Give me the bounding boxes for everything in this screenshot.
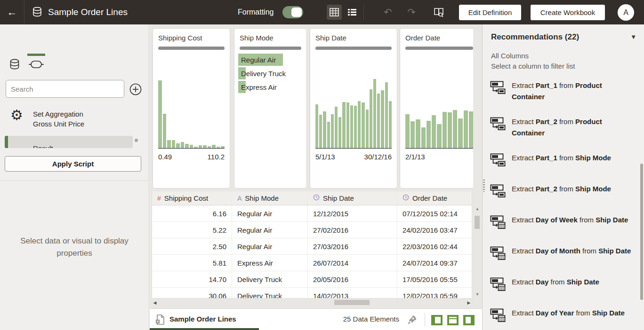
scroll-down-icon[interactable]: ▼ <box>474 291 481 298</box>
histogram-bar[interactable] <box>421 127 426 148</box>
column-header-shipping-cost[interactable]: #Shipping Cost <box>152 191 232 205</box>
value-row[interactable]: Regular Air <box>238 54 303 66</box>
table-row[interactable]: 30.06Delivery Truck14/02/201312/02/2013 … <box>152 288 472 299</box>
recommendation-item[interactable]: Extract Part_1 from Ship Mode <box>490 152 636 170</box>
histogram-bar[interactable] <box>185 144 189 148</box>
recommendation-item[interactable]: Extract Day of Month from Ship Date <box>490 245 636 263</box>
user-avatar[interactable]: A <box>618 4 634 21</box>
apply-script-button[interactable]: Apply Script <box>5 156 141 172</box>
histogram-bar[interactable] <box>221 146 225 148</box>
histogram-bar[interactable] <box>373 79 376 148</box>
histogram-bar[interactable] <box>181 142 185 148</box>
horizontal-scroll-thumb[interactable] <box>334 300 370 305</box>
recommendation-item[interactable]: Extract Part_2 from Product Container <box>490 116 636 139</box>
profile-card-ship-mode[interactable]: Ship ModeRegular AirDelivery TruckExpres… <box>234 28 307 189</box>
recommendation-item[interactable]: Extract Day from Ship Date <box>490 276 636 294</box>
histogram-bar[interactable] <box>358 101 361 148</box>
panel-scroll-thumb[interactable] <box>640 164 643 300</box>
histogram-bar[interactable] <box>443 112 447 148</box>
histogram-bar[interactable] <box>389 101 392 148</box>
histogram-bar[interactable] <box>203 145 207 148</box>
histogram-bar[interactable] <box>338 117 341 148</box>
histogram-bar[interactable] <box>346 102 349 148</box>
histogram-bar[interactable] <box>437 124 441 148</box>
recommendation-item[interactable]: Extract Part_2 from Ship Mode <box>490 183 636 201</box>
scroll-right-icon[interactable]: ▶ <box>466 299 472 306</box>
histogram-bar[interactable] <box>323 111 326 148</box>
layout-left-panel-icon[interactable] <box>431 315 443 325</box>
histogram-bar[interactable] <box>163 114 167 148</box>
add-step-button[interactable] <box>129 83 142 96</box>
script-step-result-partial[interactable]: Result <box>5 136 133 148</box>
redo-button[interactable]: ↷ <box>404 5 419 20</box>
search-input[interactable] <box>6 80 124 98</box>
quality-bar[interactable] <box>240 47 301 50</box>
histogram-bar[interactable] <box>416 119 420 148</box>
histogram-bar[interactable] <box>469 111 473 148</box>
value-row[interactable]: Delivery Truck <box>238 67 303 79</box>
histogram-bar[interactable] <box>370 89 372 148</box>
histogram-bar[interactable] <box>327 122 330 148</box>
table-row[interactable]: 5.81Express Air26/07/201424/07/2014 09:3… <box>152 255 472 271</box>
formatting-toggle[interactable] <box>282 6 303 18</box>
tab-prepare-scripts[interactable] <box>28 56 44 72</box>
table-horizontal-scrollbar[interactable]: ◀ ▶ <box>152 299 472 306</box>
column-header-ship-mode[interactable]: AShip Mode <box>232 191 308 205</box>
histogram-bar[interactable] <box>432 115 436 148</box>
histogram-bar[interactable] <box>217 147 220 148</box>
histogram-bar[interactable] <box>427 121 431 148</box>
recommendation-item[interactable]: Extract Day of Year from Ship Date <box>490 307 636 325</box>
histogram-bar[interactable] <box>167 140 171 148</box>
recommendation-item[interactable]: Extract Day of Week from Ship Date <box>490 214 636 232</box>
histogram-bar[interactable] <box>212 145 216 148</box>
histogram-bar[interactable] <box>350 105 353 148</box>
histogram-bar[interactable] <box>208 146 211 148</box>
histogram-bar[interactable] <box>453 110 457 148</box>
vertical-scroll-thumb[interactable] <box>475 216 480 229</box>
back-button[interactable]: ← <box>0 0 24 24</box>
histogram-bar[interactable] <box>458 118 462 148</box>
quality-bar[interactable] <box>158 47 225 50</box>
value-row[interactable]: Express Air <box>238 81 303 93</box>
histogram-bar[interactable] <box>366 110 369 148</box>
histogram-bar[interactable] <box>448 112 452 148</box>
table-row[interactable]: 2.50Regular Air27/03/201622/03/2016 02:4… <box>152 238 472 255</box>
histogram-bar[interactable] <box>194 147 198 148</box>
recommendation-item[interactable]: Extract Part_1 from Product Container <box>490 80 636 102</box>
table-row[interactable]: 6.16Regular Air12/12/201507/12/2015 02:1… <box>152 205 472 222</box>
script-step-aggregation[interactable]: Set Aggregation Gross Unit Price <box>33 109 84 129</box>
histogram-bar[interactable] <box>464 110 468 148</box>
histogram-bar[interactable] <box>354 106 357 148</box>
table-row[interactable]: 14.70Delivery Truck20/05/201617/05/2016 … <box>152 271 472 288</box>
edit-definition-button[interactable]: Edit Definition <box>459 5 521 20</box>
collapse-panel-icon[interactable]: ▼ <box>630 33 636 40</box>
create-workbook-button[interactable]: Create Workbook <box>531 5 605 20</box>
histogram-bar[interactable] <box>411 121 415 148</box>
histogram-bar[interactable] <box>315 104 318 148</box>
histogram-bar[interactable] <box>405 114 410 148</box>
inspect-dataset-button[interactable] <box>431 5 446 20</box>
scroll-left-icon[interactable]: ◀ <box>152 299 158 306</box>
layout-right-panel-icon[interactable] <box>463 315 475 325</box>
histogram-bar[interactable] <box>362 102 364 148</box>
quality-bar[interactable] <box>405 47 473 50</box>
panel-resize-grip[interactable] <box>483 180 485 192</box>
histogram-bar[interactable] <box>199 145 202 148</box>
histogram-bar[interactable] <box>335 107 338 148</box>
column-header-ship-date[interactable]: Ship Date <box>308 191 397 205</box>
profile-card-order-date[interactable]: Order Date2/1/13 <box>400 28 473 189</box>
tab-data-panel[interactable] <box>7 56 23 72</box>
histogram-bar[interactable] <box>342 102 345 148</box>
table-vertical-scrollbar[interactable]: ▲ ▼ <box>474 205 481 298</box>
histogram-bar[interactable] <box>331 114 334 148</box>
dataset-tab[interactable]: Sample Order Lines <box>169 315 236 323</box>
quality-bar[interactable] <box>315 47 392 50</box>
table-row[interactable]: 5.22Regular Air27/02/201624/02/2016 03:4… <box>152 222 472 238</box>
histogram-bar[interactable] <box>377 94 380 148</box>
grid-view-button[interactable] <box>327 5 342 20</box>
histogram-bar[interactable] <box>172 140 176 148</box>
histogram-bar[interactable] <box>190 145 193 148</box>
scroll-up-icon[interactable]: ▲ <box>474 205 481 212</box>
rocket-icon[interactable] <box>407 314 417 327</box>
histogram-bar[interactable] <box>176 143 180 148</box>
